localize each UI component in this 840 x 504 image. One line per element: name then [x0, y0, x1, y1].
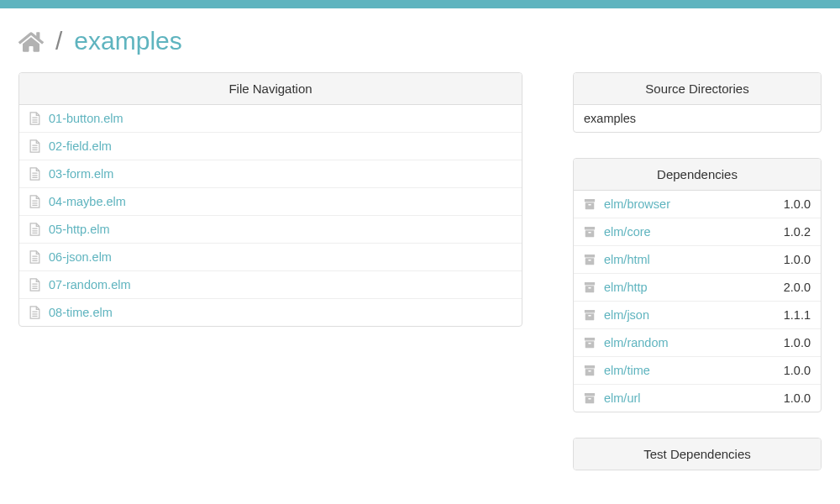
- source-directories-panel: Source Directories examples: [573, 72, 822, 133]
- dependency-row: elm/browser1.0.0: [574, 191, 821, 218]
- dependency-version: 1.0.0: [784, 336, 811, 349]
- top-accent-bar: [0, 0, 840, 8]
- svg-rect-43: [585, 369, 595, 375]
- svg-rect-32: [588, 260, 591, 260]
- file-link[interactable]: 08-time.elm: [49, 306, 113, 319]
- breadcrumb-separator: /: [55, 27, 62, 55]
- svg-rect-28: [585, 230, 595, 237]
- dependency-link[interactable]: elm/random: [604, 336, 669, 349]
- svg-rect-35: [588, 287, 591, 288]
- archive-icon: [584, 365, 596, 376]
- dependency-version: 1.0.0: [784, 364, 811, 377]
- svg-rect-37: [585, 313, 595, 320]
- dependency-link[interactable]: elm/core: [604, 225, 651, 239]
- archive-icon: [584, 281, 596, 293]
- dependency-row: elm/html1.0.0: [574, 246, 821, 274]
- file-row: 03-form.elm: [19, 160, 522, 188]
- dependency-version: 1.0.0: [784, 253, 811, 266]
- dependency-version: 1.0.0: [784, 391, 811, 405]
- archive-icon: [584, 226, 596, 238]
- svg-rect-47: [588, 398, 591, 399]
- file-icon: [29, 223, 40, 236]
- file-navigation-panel: File Navigation 01-button.elm02-field.el…: [18, 72, 522, 327]
- archive-icon: [584, 337, 596, 349]
- dependency-link[interactable]: elm/html: [604, 253, 650, 266]
- file-link[interactable]: 05-http.elm: [49, 223, 110, 236]
- svg-rect-41: [588, 343, 591, 344]
- svg-rect-30: [585, 255, 595, 258]
- dependency-version: 1.1.1: [784, 308, 811, 322]
- dependency-row: elm/http2.0.0: [574, 274, 821, 302]
- archive-icon: [584, 254, 596, 265]
- dependency-version: 1.0.0: [784, 197, 811, 211]
- file-link[interactable]: 02-field.elm: [49, 139, 112, 153]
- home-icon[interactable]: [18, 29, 44, 54]
- file-icon: [29, 139, 40, 153]
- svg-rect-36: [585, 310, 595, 313]
- source-directories-header: Source Directories: [574, 73, 821, 105]
- file-icon: [29, 278, 40, 291]
- dependency-link[interactable]: elm/json: [604, 308, 649, 322]
- dependency-row: elm/json1.1.1: [574, 302, 821, 329]
- svg-rect-46: [585, 396, 595, 403]
- file-navigation-header: File Navigation: [19, 73, 522, 105]
- source-dir-name: examples: [584, 112, 636, 125]
- file-row: 07-random.elm: [19, 271, 522, 299]
- file-list: 01-button.elm02-field.elm03-form.elm04-m…: [19, 105, 522, 326]
- dependency-row: elm/time1.0.0: [574, 357, 821, 385]
- svg-rect-44: [588, 370, 591, 371]
- archive-icon: [584, 309, 596, 321]
- svg-rect-34: [585, 286, 595, 292]
- file-icon: [29, 250, 40, 264]
- source-dirs-list: examples: [574, 105, 821, 132]
- file-link[interactable]: 06-json.elm: [49, 250, 112, 264]
- dependencies-header: Dependencies: [574, 159, 821, 191]
- file-row: 06-json.elm: [19, 244, 522, 271]
- archive-icon: [584, 392, 596, 404]
- file-row: 02-field.elm: [19, 133, 522, 160]
- test-dependencies-panel: Test Dependencies: [573, 438, 822, 470]
- file-link[interactable]: 07-random.elm: [49, 278, 131, 291]
- svg-rect-29: [588, 232, 591, 233]
- test-dependencies-header: Test Dependencies: [574, 438, 821, 470]
- svg-rect-38: [588, 315, 591, 316]
- source-dir-row: examples: [574, 105, 821, 132]
- breadcrumb: / examples: [18, 27, 822, 55]
- dependencies-list: elm/browser1.0.0elm/core1.0.2elm/html1.0…: [574, 191, 821, 412]
- dependency-link[interactable]: elm/http: [604, 281, 648, 294]
- svg-rect-39: [585, 338, 595, 341]
- archive-icon: [584, 198, 596, 210]
- dependency-row: elm/core1.0.2: [574, 218, 821, 246]
- file-link[interactable]: 03-form.elm: [49, 167, 113, 181]
- dependency-row: elm/random1.0.0: [574, 329, 821, 357]
- file-row: 05-http.elm: [19, 216, 522, 244]
- svg-rect-27: [585, 227, 595, 230]
- svg-rect-26: [588, 204, 591, 205]
- dependency-link[interactable]: elm/browser: [604, 197, 670, 211]
- svg-rect-25: [585, 202, 595, 209]
- dependency-version: 2.0.0: [784, 281, 811, 294]
- file-icon: [29, 306, 40, 319]
- dependency-row: elm/url1.0.0: [574, 385, 821, 412]
- dependency-version: 1.0.2: [784, 225, 811, 239]
- file-link[interactable]: 01-button.elm: [49, 112, 123, 125]
- file-link[interactable]: 04-maybe.elm: [49, 195, 126, 208]
- file-row: 08-time.elm: [19, 299, 522, 326]
- svg-rect-45: [585, 393, 595, 396]
- dependencies-panel: Dependencies elm/browser1.0.0elm/core1.0…: [573, 158, 822, 412]
- file-row: 01-button.elm: [19, 105, 522, 133]
- file-icon: [29, 112, 40, 125]
- breadcrumb-current[interactable]: examples: [74, 27, 181, 55]
- dependency-link[interactable]: elm/url: [604, 391, 641, 405]
- svg-rect-33: [585, 282, 595, 286]
- file-icon: [29, 167, 40, 181]
- svg-rect-42: [585, 365, 595, 369]
- svg-rect-24: [585, 199, 595, 202]
- file-icon: [29, 195, 40, 208]
- dependency-link[interactable]: elm/time: [604, 364, 650, 377]
- svg-rect-40: [585, 341, 595, 348]
- file-row: 04-maybe.elm: [19, 188, 522, 216]
- svg-rect-31: [585, 258, 595, 265]
